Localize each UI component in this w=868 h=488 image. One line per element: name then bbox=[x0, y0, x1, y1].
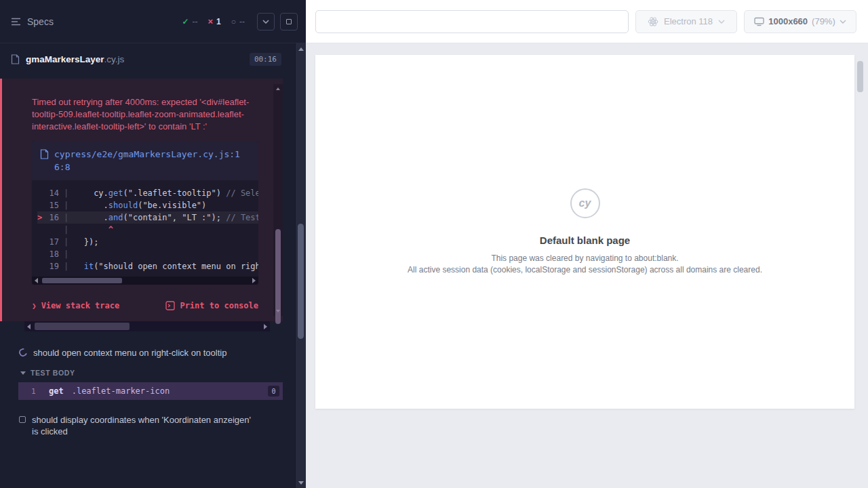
scroll-down-arrow[interactable] bbox=[296, 477, 306, 488]
code-line: 17| }); bbox=[37, 236, 258, 248]
stop-icon bbox=[286, 19, 292, 24]
scrollbar-track[interactable] bbox=[41, 277, 250, 285]
error-vertical-scrollbar[interactable] bbox=[273, 84, 283, 316]
chevron-down-icon bbox=[262, 20, 269, 24]
stop-button[interactable] bbox=[280, 13, 298, 30]
triangle-up-icon bbox=[276, 87, 280, 90]
url-input[interactable] bbox=[315, 10, 629, 33]
failed-test-error-panel: Timed out retrying after 4000ms: expecte… bbox=[0, 79, 283, 321]
aut-header: Electron 118 1000x660 (79%) bbox=[306, 0, 868, 43]
reporter-header: Specs ✓ -- × 1 ○ -- bbox=[0, 0, 306, 43]
test-item-running[interactable]: should open context menu on right-click … bbox=[0, 342, 295, 362]
code-frame-header[interactable]: cypress/e2e/gmaMarkersLayer.cy.js:16:8 bbox=[32, 141, 258, 180]
electron-browser-icon bbox=[648, 16, 658, 27]
specs-menu-icon[interactable] bbox=[11, 18, 21, 26]
test-running-spinner-icon bbox=[18, 347, 28, 358]
triangle-up-icon bbox=[298, 47, 304, 51]
chevron-right-icon: ❯ bbox=[32, 302, 37, 310]
code-line: | ^ bbox=[37, 224, 258, 236]
collapse-tests-button[interactable] bbox=[257, 13, 275, 30]
test-title: should display coordinates when 'Koordin… bbox=[32, 414, 257, 437]
code-line: 15| .should("be.visible") bbox=[37, 199, 258, 211]
stat-pending: ○ -- bbox=[231, 17, 245, 26]
console-icon bbox=[165, 301, 175, 310]
command-number: 1 bbox=[31, 387, 49, 396]
test-list: should open context menu on right-click … bbox=[0, 333, 295, 441]
fail-icon: × bbox=[208, 17, 213, 26]
blank-page-line1: This page was cleared by navigating to a… bbox=[491, 253, 678, 264]
aut-blank-page: cy Default blank page This page was clea… bbox=[315, 55, 854, 409]
triangle-right-icon bbox=[252, 278, 256, 283]
scroll-left-arrow[interactable] bbox=[32, 277, 41, 285]
code-line: 18| bbox=[37, 248, 258, 260]
browser-selector[interactable]: Electron 118 bbox=[635, 10, 737, 33]
scroll-up-arrow[interactable] bbox=[296, 43, 306, 54]
spec-name-ext: .cy.js bbox=[104, 54, 125, 64]
code-line: >16| .and("contain", "LT :"); // Test bbox=[37, 211, 258, 224]
test-item-pending[interactable]: should display coordinates when 'Koordin… bbox=[0, 409, 295, 441]
cypress-logo-text: cy bbox=[579, 197, 591, 209]
test-body-toggle[interactable]: TEST BODY bbox=[0, 362, 295, 380]
scrollbar-track[interactable] bbox=[33, 321, 261, 331]
command-row[interactable]: 1 get .leaflet-marker-icon 0 bbox=[18, 382, 283, 400]
test-body-label: TEST BODY bbox=[31, 369, 75, 377]
viewport-icon bbox=[754, 17, 764, 26]
stat-failed: × 1 bbox=[208, 17, 220, 26]
triangle-right-icon bbox=[264, 324, 267, 329]
error-panel-horizontal-scrollbar[interactable] bbox=[24, 321, 270, 331]
error-message: Timed out retrying after 4000ms: expecte… bbox=[32, 96, 271, 133]
stat-pending-count: -- bbox=[239, 17, 245, 26]
reporter-panel: Specs ✓ -- × 1 ○ -- bbox=[0, 0, 306, 488]
scroll-down-arrow[interactable] bbox=[273, 306, 283, 316]
specs-title[interactable]: Specs bbox=[27, 16, 54, 27]
scrollbar-thumb[interactable] bbox=[35, 323, 130, 330]
reporter-vertical-scrollbar[interactable] bbox=[295, 43, 306, 488]
viewport-size: 1000x660 bbox=[768, 16, 808, 26]
code-frame-path-link[interactable]: cypress/e2e/gmaMarkersLayer.cy.js:16:8 bbox=[54, 148, 247, 174]
print-to-console-label: Print to console bbox=[180, 301, 258, 310]
triangle-left-icon bbox=[27, 324, 31, 329]
command-count-badge: 0 bbox=[268, 386, 279, 396]
aut-scrollbar-thumb[interactable] bbox=[857, 61, 863, 92]
blank-page-title: Default blank page bbox=[540, 235, 630, 246]
viewport-scale: (79%) bbox=[812, 16, 835, 26]
cypress-logo: cy bbox=[570, 188, 600, 218]
scrollbar-thumb[interactable] bbox=[298, 224, 304, 339]
command-message: .leaflet-marker-icon bbox=[72, 386, 170, 396]
code-frame: cypress/e2e/gmaMarkersLayer.cy.js:16:8 1… bbox=[32, 141, 258, 285]
spec-name-base: gmaMarkersLayer bbox=[26, 54, 104, 64]
scroll-up-arrow[interactable] bbox=[273, 84, 283, 94]
triangle-left-icon bbox=[35, 278, 38, 283]
file-icon bbox=[40, 149, 49, 159]
scroll-right-arrow[interactable] bbox=[261, 321, 270, 331]
scroll-left-arrow[interactable] bbox=[24, 321, 33, 331]
spec-header: gmaMarkersLayer.cy.js 00:16 bbox=[0, 43, 295, 75]
print-to-console-button[interactable]: Print to console bbox=[165, 301, 258, 310]
view-stack-trace-button[interactable]: ❯ View stack trace bbox=[32, 301, 119, 310]
command-method: get bbox=[49, 386, 64, 396]
spec-file-icon bbox=[11, 54, 20, 64]
spec-name[interactable]: gmaMarkersLayer.cy.js bbox=[26, 54, 124, 64]
blank-page-line2: All active session data (cookies, localS… bbox=[408, 264, 762, 276]
chevron-down-icon bbox=[20, 371, 26, 375]
triangle-down-icon bbox=[276, 310, 280, 312]
triangle-down-icon bbox=[298, 481, 304, 485]
view-stack-trace-label: View stack trace bbox=[41, 301, 120, 310]
scrollbar-thumb[interactable] bbox=[42, 278, 122, 283]
test-title: should open context menu on right-click … bbox=[33, 347, 226, 359]
chevron-down-icon bbox=[718, 20, 725, 24]
viewport-selector[interactable]: 1000x660 (79%) bbox=[744, 10, 856, 33]
scroll-right-arrow[interactable] bbox=[250, 277, 258, 285]
pending-icon: ○ bbox=[231, 18, 236, 26]
chevron-down-icon bbox=[840, 20, 846, 24]
stat-passed: ✓ -- bbox=[182, 17, 197, 26]
test-stats: ✓ -- × 1 ○ -- bbox=[182, 17, 245, 26]
code-line: 19| it("should open context menu on righ bbox=[37, 260, 258, 272]
test-processing-icon bbox=[19, 416, 26, 423]
code-lines: 14| cy.get(".leaflet-tooltip") // Sele15… bbox=[32, 180, 258, 277]
code-horizontal-scrollbar[interactable] bbox=[32, 277, 258, 285]
aut-section: Electron 118 1000x660 (79%) cy Default b… bbox=[306, 0, 868, 488]
aut-stage: cy Default blank page This page was clea… bbox=[306, 43, 868, 488]
error-actions: ❯ View stack trace Print to console bbox=[32, 301, 258, 310]
stat-passed-count: -- bbox=[192, 17, 197, 26]
